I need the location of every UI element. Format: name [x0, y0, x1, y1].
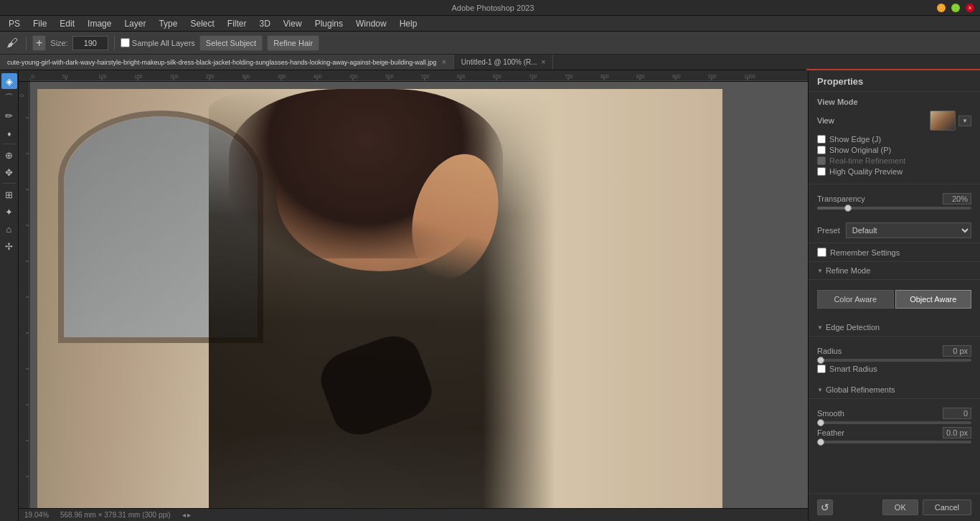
menu-item-window[interactable]: Window: [350, 17, 392, 30]
smart-radius-row: Smart Radius: [817, 365, 971, 373]
object-aware-button[interactable]: Object Aware: [895, 290, 972, 309]
zoom-display: 19.04%: [24, 511, 49, 519]
menu-item-type[interactable]: Type: [153, 17, 183, 30]
feather-label-row: Feather 0.0 px: [817, 427, 971, 438]
eyedropper-tool[interactable]: ✢: [1, 238, 17, 254]
svg-text:650: 650: [493, 74, 501, 79]
cancel-button[interactable]: Cancel: [923, 499, 971, 515]
tab-untitled-close[interactable]: ×: [542, 58, 546, 66]
select-subject-button[interactable]: Select Subject: [199, 35, 263, 51]
menu-item-image[interactable]: Image: [82, 17, 117, 30]
svg-text:500: 500: [385, 74, 394, 79]
remember-settings-checkbox[interactable]: [817, 248, 826, 257]
svg-text:250: 250: [206, 74, 215, 79]
menu-item-layer[interactable]: Layer: [118, 17, 151, 30]
preset-select[interactable]: Default Hair Custom: [846, 222, 971, 238]
ok-button[interactable]: OK: [882, 499, 918, 515]
lasso-tool[interactable]: ⌒: [1, 90, 17, 106]
global-refinements-arrow: ▼: [817, 387, 823, 393]
size-label: Size:: [50, 39, 67, 47]
canvas-wrapper: 0: [19, 82, 808, 508]
close-button[interactable]: ×: [966, 4, 974, 12]
tab-untitled-label: Untitled-1 @ 100% (R...: [461, 58, 537, 66]
smooth-slider-thumb[interactable]: [817, 419, 824, 426]
refine-mode-header[interactable]: ▼ Refine Mode: [809, 262, 980, 280]
edge-detection-content: Radius 0 px Smart Radius: [809, 337, 980, 381]
global-refinements-label: Global Refinements: [826, 385, 895, 394]
radius-slider-track[interactable]: [817, 359, 971, 362]
smooth-slider-track[interactable]: [817, 421, 971, 424]
svg-text:450: 450: [349, 74, 358, 79]
menu-item-select[interactable]: Select: [184, 17, 220, 30]
canvas-content: [30, 82, 808, 508]
quick-select-tool[interactable]: ⬧: [1, 125, 17, 141]
minimize-button[interactable]: −: [937, 4, 946, 12]
selection-tool[interactable]: ◈: [1, 73, 17, 89]
toolbar: 🖌 + Size: Sample All Layers Select Subje…: [0, 32, 980, 55]
magic-wand-tool[interactable]: ⊞: [1, 187, 17, 202]
transparency-label: Transparency: [817, 194, 865, 203]
tab-main-close[interactable]: ×: [442, 58, 446, 66]
color-aware-button[interactable]: Color Aware: [817, 290, 894, 309]
svg-text:0: 0: [32, 74, 34, 79]
view-row: View ▼: [817, 111, 971, 131]
edge-detection-header[interactable]: ▼ Edge Detection: [809, 319, 980, 337]
tab-main-image[interactable]: cute-young-girl-with-dark-wavy-hairstyle…: [0, 55, 454, 70]
menu-item-edit[interactable]: Edit: [54, 17, 80, 30]
transparency-slider-thumb[interactable]: [844, 205, 852, 212]
menu-item-filter[interactable]: Filter: [222, 17, 253, 30]
view-dropdown-arrow: ▼: [962, 118, 968, 124]
ruler-vertical: 0: [19, 82, 30, 508]
svg-text:1000: 1000: [744, 74, 755, 79]
canvas-image[interactable]: [37, 89, 722, 508]
restore-button[interactable]: □: [951, 4, 960, 12]
menu-item-help[interactable]: Help: [394, 17, 423, 30]
nav-arrows: ◂ ▸: [182, 511, 192, 519]
edge-detection-arrow: ▼: [817, 324, 823, 331]
brush-tool-icon[interactable]: 🖌: [4, 35, 20, 51]
sample-all-layers-label[interactable]: Sample All Layers: [121, 38, 195, 47]
view-label: View: [817, 116, 834, 125]
tool-divider-1: [3, 144, 16, 144]
size-input[interactable]: [72, 36, 108, 50]
transparency-slider-fill: [817, 207, 848, 210]
smart-radius-checkbox[interactable]: [817, 365, 826, 373]
preset-row: Preset Default Hair Custom: [809, 218, 980, 243]
move-tool[interactable]: ⌂: [1, 221, 17, 237]
hand-tool[interactable]: ✥: [1, 164, 17, 180]
feather-slider-track[interactable]: [817, 441, 971, 443]
statusbar: 19.04% 568.96 mm × 379.31 mm (300 ppi) ◂…: [19, 508, 808, 521]
menu-item-file[interactable]: File: [27, 17, 52, 30]
radius-slider-thumb[interactable]: [817, 357, 824, 364]
view-dropdown[interactable]: ▼: [958, 116, 971, 126]
pen-tool[interactable]: ✦: [1, 204, 17, 220]
view-selector-wrapper: ▼: [930, 111, 971, 131]
global-refinements-header[interactable]: ▼ Global Refinements: [809, 381, 980, 399]
sample-all-layers-checkbox[interactable]: [121, 38, 130, 47]
add-btn[interactable]: +: [32, 35, 46, 51]
menu-item-ps[interactable]: PS: [3, 17, 26, 30]
panel-footer: ↺ OK Cancel: [809, 493, 980, 521]
transparency-slider-track[interactable]: [817, 207, 971, 210]
view-mode-title: View Mode: [817, 98, 971, 106]
feather-slider-thumb[interactable]: [817, 438, 824, 446]
tab-untitled[interactable]: Untitled-1 @ 100% (R... ×: [454, 55, 554, 70]
show-edge-checkbox[interactable]: [817, 135, 826, 144]
refine-hair-button[interactable]: Refine Hair: [267, 35, 319, 51]
svg-text:750: 750: [565, 74, 573, 79]
high-quality-checkbox[interactable]: [817, 167, 826, 176]
svg-text:150: 150: [134, 74, 143, 79]
reset-button[interactable]: ↺: [817, 499, 833, 515]
svg-text:850: 850: [636, 74, 645, 79]
action-buttons: OK Cancel: [882, 499, 971, 515]
menu-item-view[interactable]: View: [278, 17, 308, 30]
menu-item-plugins[interactable]: Plugins: [309, 17, 349, 30]
zoom-tool[interactable]: ⊕: [1, 147, 17, 163]
brush-refine-tool[interactable]: ✏: [1, 108, 17, 123]
feather-slider-row: Feather 0.0 px: [817, 427, 971, 443]
show-original-label: Show Original (P): [829, 146, 891, 154]
svg-text:300: 300: [242, 74, 250, 79]
properties-panel: Properties View Mode View ▼ Show Edge (J…: [808, 70, 980, 521]
menu-item-3d[interactable]: 3D: [253, 17, 275, 30]
show-original-checkbox[interactable]: [817, 146, 826, 154]
